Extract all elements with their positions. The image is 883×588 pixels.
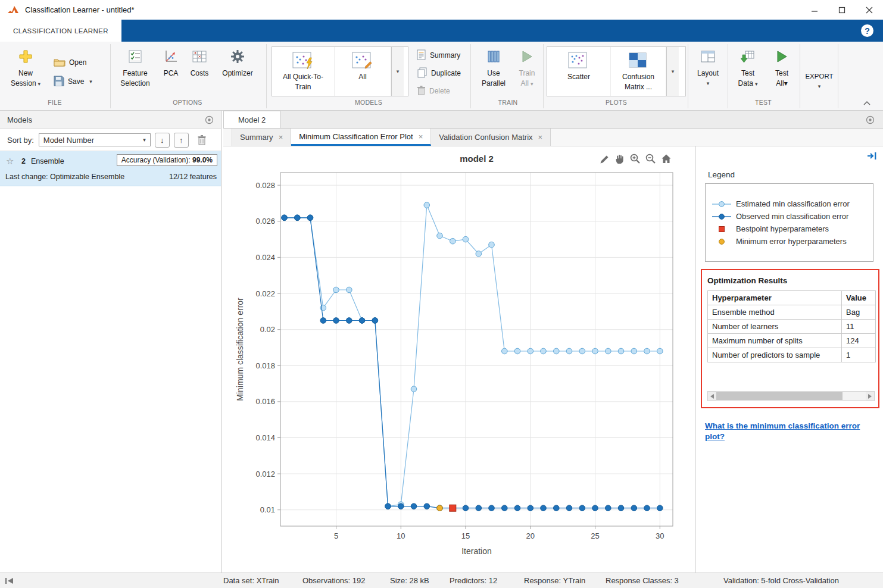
tab-confusion-label: Validation Confusion Matrix <box>439 133 532 142</box>
models-gallery-expand-button[interactable]: ▾ <box>391 47 404 96</box>
status-size: Size: 28 kB <box>390 576 429 585</box>
use-parallel-button[interactable]: Use Parallel <box>476 44 511 89</box>
legend-item-min-error: Minimum error hyperparameters <box>712 237 873 246</box>
feature-selection-label-2: Selection <box>120 79 149 87</box>
pan-hand-icon[interactable] <box>613 152 626 165</box>
legend-box: Estimated min classification error Obser… <box>705 183 873 262</box>
panel-options-icon[interactable] <box>866 115 875 126</box>
scatter-plot-button[interactable]: Scatter <box>547 47 611 96</box>
dropdown-caret-icon: ▾ <box>89 79 92 85</box>
export-label: EXPORT <box>805 71 833 82</box>
confusion-matrix-icon <box>629 51 648 70</box>
optimizer-button[interactable]: Optimizer <box>218 44 257 79</box>
dropdown-caret-icon: ▾ <box>707 80 710 86</box>
accuracy-value: 99.0% <box>192 156 213 164</box>
favorite-star-icon[interactable]: ☆ <box>6 156 14 167</box>
use-parallel-label-2: Parallel <box>482 79 506 87</box>
figure-sidebar: Legend Estimated min classification erro… <box>695 146 883 573</box>
min-classification-error-plot[interactable]: 510152025300.010.0120.0140.0160.0180.020… <box>223 146 695 573</box>
horizontal-scrollbar[interactable] <box>707 391 875 401</box>
svg-text:0.012: 0.012 <box>255 470 275 478</box>
save-button[interactable]: Save ▾ <box>54 75 92 88</box>
all-quick-to-train-icon <box>292 51 314 70</box>
test-all-button[interactable]: Test All▾ <box>768 44 795 89</box>
sort-descending-button[interactable]: ↓ <box>155 133 170 148</box>
zoom-in-icon[interactable] <box>629 152 642 165</box>
new-session-button[interactable]: New Session▾ <box>7 44 44 89</box>
layout-label: Layout <box>697 68 719 79</box>
train-all-button[interactable]: Train All▾ <box>513 44 541 89</box>
column-header-value: Value <box>842 291 876 305</box>
confusion-matrix-button[interactable]: Confusion Matrix ... <box>611 47 666 96</box>
svg-text:Iteration: Iteration <box>461 546 492 556</box>
close-icon[interactable]: × <box>279 133 283 142</box>
zoom-out-icon[interactable] <box>644 152 657 165</box>
home-restore-view-icon[interactable] <box>660 152 673 165</box>
svg-text:0.01: 0.01 <box>260 505 275 514</box>
collapse-panel-icon[interactable] <box>5 577 14 586</box>
model-summary-button[interactable]: Summary <box>417 49 460 62</box>
feature-selection-button[interactable]: Feature Selection <box>117 44 154 89</box>
svg-text:15: 15 <box>461 531 470 540</box>
legend-marker-min-error-icon <box>712 238 732 245</box>
confusion-matrix-label-2: Matrix ... <box>625 82 652 92</box>
svg-text:0.016: 0.016 <box>255 397 275 406</box>
new-session-label-1: New <box>18 69 33 77</box>
all-models-label: All <box>358 72 366 82</box>
help-button[interactable]: ? <box>861 24 873 37</box>
panel-options-icon[interactable] <box>205 115 214 126</box>
costs-label: Costs <box>191 68 209 79</box>
section-label-test: TEST <box>731 99 796 106</box>
model-list-item[interactable]: ☆ 2 Ensemble Accuracy (Validation): 99.0… <box>0 151 221 186</box>
close-icon[interactable]: × <box>538 133 543 142</box>
export-button[interactable]: EXPORT ▾ <box>803 44 836 89</box>
section-label-options: OPTIONS <box>155 99 220 106</box>
scroll-left-icon[interactable] <box>708 392 716 401</box>
table-row: Number of predictors to sample 1 <box>708 348 876 362</box>
hyperparameter-name: Number of learners <box>708 320 842 334</box>
layout-button[interactable]: Layout ▾ <box>691 44 725 86</box>
status-dataset: Data set: XTrain <box>223 576 279 585</box>
undock-icon[interactable] <box>866 151 878 162</box>
close-button[interactable] <box>856 0 883 20</box>
test-data-button[interactable]: Test Data▾ <box>732 44 763 89</box>
sort-by-label: Sort by: <box>7 136 34 145</box>
model-type: Ensemble <box>31 157 64 165</box>
delete-model-icon[interactable] <box>197 135 207 145</box>
plots-gallery-expand-button[interactable]: ▾ <box>666 47 679 96</box>
tab-validation-confusion-matrix[interactable]: Validation Confusion Matrix × <box>431 129 551 146</box>
open-button[interactable]: Open <box>54 56 86 69</box>
duplicate-label: Duplicate <box>431 69 461 77</box>
all-quick-to-train-button[interactable]: All Quick-To- Train <box>272 47 335 96</box>
collapse-ribbon-button[interactable] <box>862 99 872 108</box>
svg-text:0.014: 0.014 <box>255 433 275 442</box>
plot-toolbar <box>598 152 673 165</box>
scrollbar-thumb[interactable] <box>716 392 843 400</box>
model-delete-button[interactable]: Delete <box>417 85 450 98</box>
save-disk-icon <box>54 76 64 88</box>
tab-classification-learner[interactable]: CLASSIFICATION LEARNER <box>0 20 121 42</box>
test-all-play-icon <box>775 48 788 65</box>
help-link-min-classification-error[interactable]: What is the minimum classification error… <box>705 421 870 442</box>
legend-label: Estimated min classification error <box>736 199 850 208</box>
pca-button[interactable]: PCA <box>158 44 183 79</box>
costs-button[interactable]: Costs <box>186 44 213 79</box>
sort-ascending-button[interactable]: ↑ <box>174 133 189 148</box>
svg-text:10: 10 <box>397 531 405 540</box>
minimize-button[interactable] <box>801 0 828 20</box>
edit-plot-icon[interactable] <box>598 152 611 165</box>
model-duplicate-button[interactable]: Duplicate <box>417 67 461 80</box>
close-icon[interactable]: × <box>419 132 423 141</box>
tab-summary[interactable]: Summary × <box>232 129 291 146</box>
sort-by-select[interactable]: Model Number ▾ <box>39 133 151 146</box>
svg-text:30: 30 <box>656 531 664 540</box>
all-models-button[interactable]: All <box>335 47 391 96</box>
new-session-plus-icon <box>18 48 33 65</box>
tab-model-2[interactable]: Model 2 <box>223 111 280 128</box>
tab-minimum-classification-error-plot[interactable]: Minimum Classification Error Plot × <box>291 129 431 146</box>
use-parallel-icon <box>488 48 500 65</box>
window-controls <box>801 0 883 20</box>
use-parallel-label-1: Use <box>487 69 500 77</box>
maximize-button[interactable] <box>828 0 856 20</box>
scroll-right-icon[interactable] <box>866 392 874 401</box>
